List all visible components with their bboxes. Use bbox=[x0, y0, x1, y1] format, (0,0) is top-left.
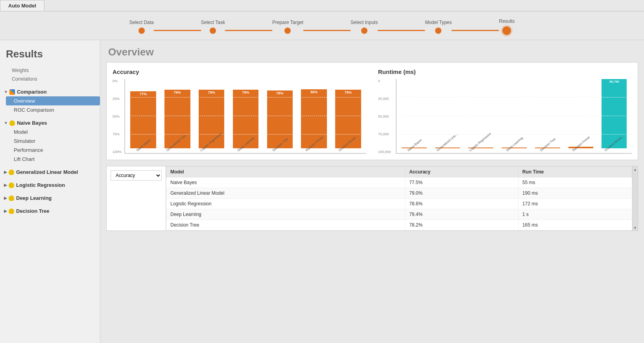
sidebar-section-lr-label: Logistic Regression bbox=[16, 182, 65, 188]
cell-runtime: 165 ms bbox=[518, 220, 632, 231]
accuracy-y-labels: 100% 75% 50% 25% 0% bbox=[113, 79, 124, 154]
sidebar-item-nb-lift-chart[interactable]: Lift Chart bbox=[6, 155, 100, 164]
chevron-right-icon-dl: ▶ bbox=[4, 196, 7, 200]
sidebar-section-lr[interactable]: ▶ Logistic Regression bbox=[0, 180, 100, 190]
rt-bar-group-naivebayes: Naive Bayes bbox=[399, 79, 430, 153]
table-row[interactable]: Generalized Linear Model79.0%190 ms bbox=[166, 188, 632, 199]
scroll-up-button[interactable]: ▲ bbox=[633, 167, 638, 172]
bar-randomforest: 80% bbox=[301, 89, 327, 148]
sidebar-divider-6 bbox=[0, 203, 100, 206]
bar-group-naivebayes: 77%Naive Bayes bbox=[127, 79, 159, 153]
table-row[interactable]: Naive Bayes77.5%55 ms bbox=[166, 177, 632, 188]
ry-label-25k: 25,000 bbox=[378, 97, 394, 101]
bottom-panel: AccuracyRun TimePrecisionRecallF1 Model … bbox=[106, 166, 638, 231]
table-row[interactable]: Logistic Regression78.6%172 ms bbox=[166, 199, 632, 209]
wizard-step-select-data[interactable]: Select Data bbox=[129, 20, 154, 34]
col-header-accuracy: Accuracy bbox=[405, 167, 519, 177]
wizard-step-model-types[interactable]: Model Types bbox=[425, 20, 452, 34]
wizard-bar: Select Data Select Task Prepare Target S… bbox=[0, 11, 644, 40]
ry-label-100k: 100,000 bbox=[378, 150, 394, 154]
rt-bar-group-gradientboost...: 98,799Gradient Boost... bbox=[598, 79, 630, 153]
sidebar-section-glm-label: Generalized Linear Model bbox=[16, 169, 78, 175]
wizard-dot-results bbox=[502, 26, 511, 35]
wizard-line-3 bbox=[303, 30, 351, 31]
wizard-line-1 bbox=[154, 30, 201, 31]
rt-bar-deeplearning bbox=[502, 148, 527, 148]
sidebar-divider-1 bbox=[0, 83, 100, 87]
bulb-icon-dl bbox=[9, 195, 14, 201]
sidebar-item-nb-simulator[interactable]: Simulator bbox=[6, 136, 100, 146]
wizard-dot-select-inputs bbox=[361, 28, 367, 34]
metric-selector: AccuracyRun TimePrecisionRecallF1 bbox=[107, 166, 166, 231]
sidebar-item-correlations[interactable]: Correlations bbox=[0, 75, 100, 83]
content-scroll[interactable]: Accuracy 100% 75% 50% 25% 0% bbox=[100, 62, 644, 343]
sidebar-item-nb-performance[interactable]: Performance bbox=[6, 146, 100, 155]
col-header-model: Model bbox=[166, 167, 405, 177]
table-row[interactable]: Deep Learning79.4%1 s bbox=[166, 209, 632, 220]
sidebar-item-nb-model[interactable]: Model bbox=[6, 127, 100, 136]
rt-bar-randomforest bbox=[568, 147, 594, 148]
rt-bar-group-logisticregression: Logistic Regression bbox=[465, 79, 496, 153]
sidebar-section-dt[interactable]: ▶ Decision Tree bbox=[0, 206, 100, 216]
accuracy-chart: Accuracy 100% 75% 50% 25% 0% bbox=[113, 68, 366, 154]
sidebar: Results Weights Correlations ▼ Compariso… bbox=[0, 40, 100, 343]
chevron-down-icon: ▼ bbox=[4, 90, 8, 94]
wizard-label-select-inputs: Select Inputs bbox=[351, 20, 378, 25]
bar-group-deeplearning: 79%Deep Learning bbox=[230, 79, 262, 153]
rt-bar-decisiontree bbox=[535, 148, 560, 148]
top-tab-bar: Auto Model bbox=[0, 0, 644, 11]
accuracy-chart-title: Accuracy bbox=[113, 68, 366, 75]
y-label-100: 100% bbox=[113, 150, 123, 154]
sidebar-section-dl[interactable]: ▶ Deep Learning bbox=[0, 193, 100, 203]
cell-model: Logistic Regression bbox=[166, 199, 405, 209]
rt-bar-group-deeplearning: Deep Learning bbox=[498, 79, 530, 153]
wizard-step-results[interactable]: Results bbox=[499, 18, 515, 35]
sidebar-item-roc-comparison[interactable]: ROC Comparison bbox=[6, 105, 100, 114]
cell-accuracy: 79.4% bbox=[405, 209, 519, 220]
y-label-75: 75% bbox=[113, 132, 123, 136]
cell-model: Deep Learning bbox=[166, 209, 405, 220]
ry-label-0: 0 bbox=[378, 79, 394, 83]
table-row[interactable]: Decision Tree78.2%165 ms bbox=[166, 220, 632, 231]
bar-group-generalizedline...: 79%Generalized Line... bbox=[161, 79, 194, 153]
rt-bar-group-generalizedline...: Generalized Line... bbox=[432, 79, 463, 153]
cell-model: Naive Bayes bbox=[166, 177, 405, 188]
sidebar-naive-bayes-children: Model Simulator Performance Lift Chart bbox=[0, 127, 100, 164]
table-scrollbar[interactable]: ▲ ▼ bbox=[632, 166, 638, 231]
bar-group-randomforest: 80%Random Forest bbox=[298, 79, 330, 153]
metric-select-dropdown[interactable]: AccuracyRun TimePrecisionRecallF1 bbox=[111, 170, 162, 181]
y-label-50: 50% bbox=[113, 114, 123, 118]
sidebar-section-comparison-label: Comparison bbox=[17, 89, 47, 95]
sidebar-section-glm[interactable]: ▶ Generalized Linear Model bbox=[0, 167, 100, 177]
chevron-right-icon-dt: ▶ bbox=[4, 209, 7, 213]
sidebar-section-comparison[interactable]: ▼ Comparison bbox=[0, 87, 100, 96]
table-panel: Model Accuracy Run Time Naive Bayes77.5%… bbox=[166, 166, 632, 231]
table-header: Model Accuracy Run Time bbox=[166, 167, 632, 177]
wizard-step-prepare-target[interactable]: Prepare Target bbox=[272, 20, 303, 34]
runtime-chart-title: Runtime (ms) bbox=[378, 68, 632, 75]
cell-model: Generalized Linear Model bbox=[166, 188, 405, 199]
chevron-right-icon-lr: ▶ bbox=[4, 183, 7, 187]
bar-group-gradientboost...: 79%Gradient Boost... bbox=[332, 79, 364, 153]
bar-group-decisiontree: 78%Decision Tree bbox=[264, 79, 296, 153]
auto-model-tab[interactable]: Auto Model bbox=[0, 0, 44, 11]
wizard-dot-prepare-target bbox=[284, 28, 291, 34]
wizard-line-4 bbox=[378, 30, 425, 31]
wizard-dot-model-types bbox=[435, 28, 441, 34]
ry-label-50k: 50,000 bbox=[378, 114, 394, 118]
sidebar-item-weights[interactable]: Weights bbox=[0, 66, 100, 75]
sidebar-section-naive-bayes-label: Naive Bayes bbox=[17, 120, 47, 126]
cell-accuracy: 77.5% bbox=[405, 177, 519, 188]
sidebar-section-naive-bayes[interactable]: ▼ Naive Bayes bbox=[0, 118, 100, 127]
wizard-dot-select-task bbox=[210, 28, 216, 34]
cell-runtime: 55 ms bbox=[518, 177, 632, 188]
scroll-down-button[interactable]: ▼ bbox=[633, 225, 638, 231]
wizard-label-select-task: Select Task bbox=[201, 20, 225, 25]
sidebar-item-overview[interactable]: Overview bbox=[6, 96, 100, 105]
rt-bar-label-logisticregression: Logistic Regression bbox=[469, 132, 492, 152]
sidebar-divider-2 bbox=[0, 114, 100, 118]
wizard-step-select-task[interactable]: Select Task bbox=[201, 20, 225, 34]
bulb-icon-glm bbox=[9, 170, 14, 175]
wizard-step-select-inputs[interactable]: Select Inputs bbox=[351, 20, 378, 34]
wizard-steps: Select Data Select Task Prepare Target S… bbox=[129, 18, 515, 35]
